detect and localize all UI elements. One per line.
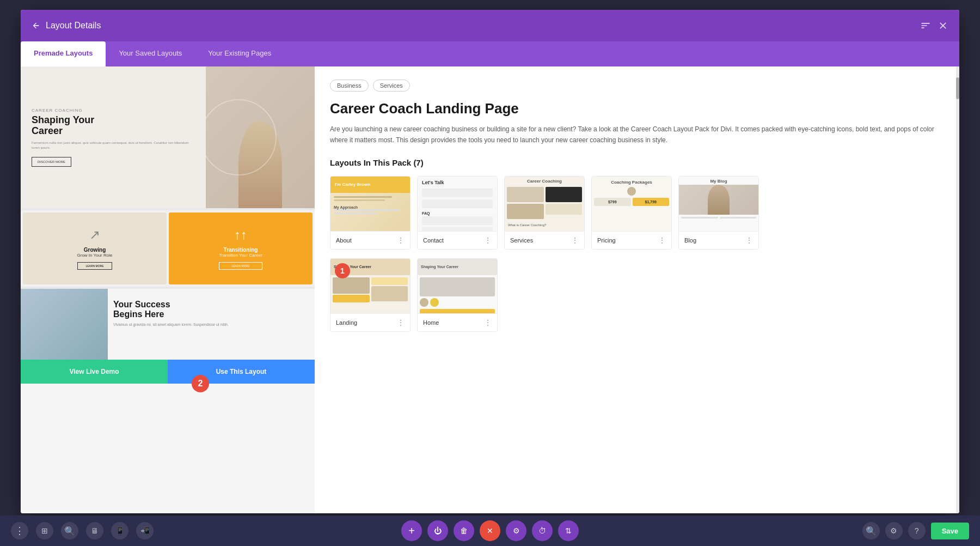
close-button[interactable]: ✕ [480,520,500,541]
mobile-button[interactable]: 📲 [136,522,154,539]
scroll-thumb [956,77,959,99]
back-icon[interactable] [32,21,40,30]
layout-card-services-footer: Services ⋮ [505,231,584,249]
layout-card-blog-image: My Blog [679,177,758,231]
lc-landing-bar [333,295,370,302]
lc-pricing-cards: $799 $1,799 [592,198,671,206]
scroll-indicator[interactable] [956,66,959,513]
layout-card-contact-more[interactable]: ⋮ [484,236,492,245]
preview-bottom-photo [21,289,108,360]
lc-home-body [418,275,497,313]
lc-contact-lines: FAQ [418,189,497,231]
lc-blog-lines [679,215,758,222]
lc-services-cell-4 [546,204,583,215]
layout-card-about-more[interactable]: ⋮ [397,236,405,245]
grid-view-button[interactable]: ⊞ [36,522,53,539]
layouts-grid-row1: I'm Carley Brown My Approach Ab [330,176,941,250]
tablet-button[interactable]: 📱 [111,522,128,539]
toolbar-center: + ⏻ 🗑 ✕ ⚙ ⏱ ⇅ [401,520,579,541]
layout-card-pricing-more[interactable]: ⋮ [658,236,666,245]
tab-saved-layouts[interactable]: Your Saved Layouts [106,41,195,66]
preview-success-sub: Vivamus ut gravida mi, sit amet aliquam … [113,323,229,326]
lc-what-is-career: What is Career Coaching? [505,221,584,229]
lc-line [681,217,718,219]
layout-card-about[interactable]: I'm Carley Brown My Approach Ab [330,176,411,250]
layout-card-landing[interactable]: 1 Shaping Your Career [330,258,411,332]
lc-line [334,199,385,201]
preview-main-left: CAREER COACHING Shaping Your Career Ferm… [21,66,206,208]
tag-services[interactable]: Services [373,80,410,92]
lc-home-header: Shaping Your Career [418,259,497,275]
layout-card-blog-more[interactable]: ⋮ [745,236,753,245]
layout-card-services[interactable]: Career Coaching What is Career Coaching?… [504,176,585,250]
view-live-demo-button[interactable]: View Live Demo [21,360,168,384]
lc-pricing-header: Coaching Packages [592,177,671,186]
close-modal-icon[interactable] [938,20,948,31]
settings-button-right[interactable]: ⚙ [885,522,903,539]
save-button[interactable]: Save [931,523,969,539]
lc-box [422,199,493,208]
layout-card-contact[interactable]: Let's Talk FAQ Contact ⋮ [417,176,498,250]
preview-sec-growing: ↗ Growing Grow In Your Role LEARN MORE [23,213,167,284]
preview-sec-learn-btn-2[interactable]: LEARN MORE [219,262,262,270]
lc-services-cell-2 [546,187,583,202]
lc-home-img [420,277,495,296]
modal-title: Layout Details [46,21,101,31]
lc-landing-body [330,275,410,305]
layout-card-home[interactable]: Shaping Your Career [417,258,498,332]
lc-line [334,209,400,211]
layout-card-contact-image: Let's Talk FAQ [418,177,497,231]
layout-card-services-more[interactable]: ⋮ [571,236,579,245]
modal-tabs: Premade Layouts Your Saved Layouts Your … [21,41,959,66]
lc-services-grid [505,185,584,221]
layout-card-pricing[interactable]: Coaching Packages $799 $1,799 [591,176,672,250]
layout-card-blog[interactable]: My Blog Blog [678,176,759,250]
preview-main-photo [206,66,315,208]
tab-premade-layouts[interactable]: Premade Layouts [21,41,106,66]
layout-card-home-more[interactable]: ⋮ [484,318,492,327]
modal-header-left: Layout Details [32,21,101,31]
timer-button[interactable]: ⏱ [532,520,553,541]
sort-button[interactable]: ⇅ [558,520,579,541]
settings-button[interactable]: ⚙ [506,520,526,541]
lc-my-approach: My Approach [334,205,407,209]
add-button[interactable]: + [401,520,422,541]
help-button[interactable]: ? [908,522,926,539]
details-title: Career Coach Landing Page [330,100,941,117]
toolbar-left: ⋮ ⊞ 🔍 🖥 📱 📲 [11,522,154,539]
lc-about-header: I'm Carley Brown [330,177,410,193]
lc-line [720,217,757,219]
power-button[interactable]: ⏻ [427,520,448,541]
lc-services-cell-3 [507,204,544,219]
layout-card-landing-footer: Landing ⋮ [330,313,410,331]
search-button-left[interactable]: 🔍 [61,522,78,539]
layout-card-landing-more[interactable]: ⋮ [397,318,405,327]
lc-services-header: Career Coaching [505,177,584,185]
use-this-layout-button[interactable]: Use This Layout [168,360,315,384]
lc-pricing-person [592,186,671,197]
delete-button[interactable]: 🗑 [454,520,474,541]
layout-card-blog-name: Blog [684,237,696,244]
tab-existing-pages[interactable]: Your Existing Pages [195,41,284,66]
desktop-button[interactable]: 🖥 [86,522,103,539]
more-options-button[interactable]: ⋮ [11,522,28,539]
preview-sec-learn-btn[interactable]: LEARN MORE [77,262,113,270]
lc-box [422,189,493,197]
arrow-up-icon: ↑↑ [219,227,262,242]
preview-panel: CAREER COACHING Shaping Your Career Ferm… [21,66,315,513]
preview-sec-transition-content: ↑↑ Transitioning Transition Your Career … [219,227,262,270]
search-button-right[interactable]: 🔍 [862,522,880,539]
layout-card-services-name: Services [510,237,533,244]
lc-line [334,196,392,198]
preview-sec-transition-title: Transition Your Career [219,253,262,258]
lc-services-cell-1 [507,187,544,202]
sort-icon[interactable] [920,20,931,31]
app-wrapper: Layout Details Premade Layouts Your Save… [0,0,980,546]
preview-secondary: ↗ Growing Grow In Your Role LEARN MORE ↑… [21,210,315,287]
lc-contact-header: Let's Talk [418,177,497,189]
layout-card-contact-name: Contact [423,237,444,244]
modal-header: Layout Details [21,10,959,41]
layouts-grid-row2: 1 Shaping Your Career [330,258,941,332]
preview-discover-btn[interactable]: DISCOVER MORE [32,157,71,167]
tag-business[interactable]: Business [330,80,369,92]
